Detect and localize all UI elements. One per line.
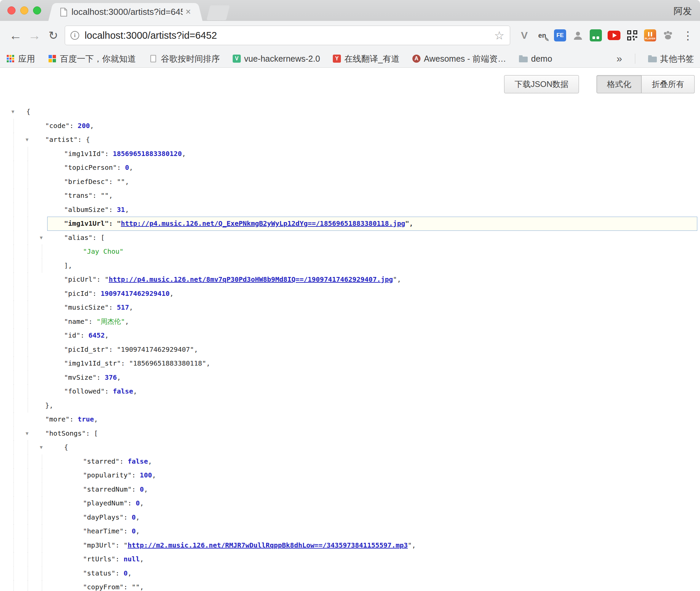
tab-strip: localhost:3000/artists?id=645 × 阿发 [0,0,700,21]
collapse-toggle-icon[interactable]: ▼ [26,427,28,441]
json-line-text: "starredNum": 0, [0,483,148,497]
json-view: ▼{"code": 200,▼"artist": {"img1v1Id": 18… [0,105,700,591]
json-line-text: "topicPerson": 0, [0,161,133,175]
translate-extension-icon[interactable]: en ✎ [536,29,548,41]
vue-icon: V [233,55,241,63]
json-punctuation: , [90,122,94,130]
json-number: 19097417462929410 [100,289,170,298]
json-punctuation: , [127,569,132,577]
json-punctuation: " [45,429,49,437]
json-line-text: "picId_str": "19097417462929407", [0,343,198,357]
player-extension-icon[interactable]: PLAYER [644,29,656,41]
json-line: "topicPerson": 0, [0,161,700,175]
vimium-extension-icon[interactable]: V [518,29,530,41]
youtube-extension-icon[interactable] [608,31,620,40]
fullscreen-window-button[interactable] [33,6,41,14]
json-line: "status": 0, [0,566,700,581]
json-number: 0 [140,485,144,493]
json-line: "img1v1Id": 18569651883380120, [0,147,700,161]
bookmark-awesomes[interactable]: A Awesomes - 前端资… [412,53,506,64]
close-window-button[interactable] [7,6,16,14]
page-info-icon[interactable]: i [70,31,79,40]
collapse-toggle-icon[interactable]: ▼ [40,440,42,455]
json-line: "picUrl": "http://p4.music.126.net/8mv7q… [0,273,700,287]
json-key: name [68,317,84,325]
page-favicon-icon [60,8,67,17]
json-punctuation: " [405,219,409,227]
json-line: "followed": false, [0,384,700,399]
tampermonkey-extension-icon[interactable] [590,29,602,41]
bookmark-baidu[interactable]: 百度一下，你就知道 [48,53,136,64]
json-punctuation: }, [45,401,53,409]
traffic-lights [7,6,41,14]
bookmark-star-icon[interactable]: ☆ [494,29,504,42]
tab-title: localhost:3000/artists?id=645 [71,7,183,17]
browser-tab[interactable]: localhost:3000/artists?id=645 × [55,3,196,21]
json-line-text: "picUrl": "http://p4.music.126.net/8mv7q… [0,273,401,287]
view-mode-segment: 格式化 折叠所有 [596,75,695,93]
fehelper-extension-icon[interactable]: FE [554,29,566,41]
json-url-link[interactable]: http://m2.music.126.net/RMJR7wDullRqppBk… [127,541,408,549]
person-extension-icon[interactable] [572,29,584,41]
profile-name[interactable]: 阿发 [674,5,692,17]
json-url-link[interactable]: http://p4.music.126.net/8mv7qP30Pd3oHW8b… [109,275,393,283]
bookmark-apps[interactable]: 应用 [6,53,35,64]
collapse-toggle-icon[interactable]: ▼ [26,133,28,147]
qr-code-extension-icon[interactable] [626,29,638,41]
json-number: 100 [140,471,152,479]
json-punctuation: " [123,541,127,549]
collapse-toggle-icon[interactable]: ▼ [40,231,42,245]
collapse-toggle-icon[interactable]: ▼ [11,105,14,119]
json-punctuation: { [86,135,90,144]
json-line: ▼{ [0,440,700,455]
json-punctuation: " [64,178,68,186]
json-url-link[interactable]: http://p4.music.126.net/Q_ExePNkmgB2yWyL… [121,219,405,227]
bookmark-demo-folder[interactable]: demo [519,54,552,64]
json-line-text: "name": "周杰伦", [0,315,129,329]
play-icon [613,33,617,38]
json-line-text: "mvSize": 376, [0,371,121,385]
download-json-button[interactable]: 下载JSON数据 [504,75,579,93]
player-icon-text: PLAYER [645,37,655,40]
minimize-window-button[interactable] [20,6,28,14]
json-punctuation: " [64,219,68,227]
json-line: "img1v1Id_str": "18569651883380118", [0,356,700,371]
reload-button[interactable]: ↻ [44,30,63,41]
json-key: briefDesc [68,178,105,186]
json-line-text: "trans": "", [0,189,113,203]
forward-button[interactable]: → [25,29,44,42]
json-punctuation: " [117,219,121,227]
bookmark-google-sort[interactable]: 谷歌按时间排序 [149,53,220,64]
json-line: ▼"artist": { [0,133,700,147]
json-line: ▼"alias": [ [0,231,700,245]
json-line-text: "id": 6452, [0,329,109,343]
bookmark-youdao[interactable]: Y 在线翻译_有道 [333,53,400,64]
json-punctuation: ": [100,150,113,158]
tab-close-icon[interactable]: × [185,7,191,17]
json-string: "" [100,191,109,199]
json-line: "copyFrom": "", [0,580,700,591]
json-punctuation: " [83,569,87,577]
url-input[interactable]: localhost:3000/artists?id=6452 [85,30,494,41]
json-string: "" [132,583,140,591]
json-line: "id": 6452, [0,329,700,343]
address-bar[interactable]: i localhost:3000/artists?id=6452 ☆ [65,26,510,45]
folder-icon [648,57,657,62]
bookmark-vue-hackernews[interactable]: V vue-hackernews-2.0 [233,54,320,64]
json-punctuation: , [409,219,413,227]
collapse-all-button[interactable]: 折叠所有 [642,75,695,93]
paw-extension-icon[interactable] [662,29,674,41]
other-bookmarks-folder[interactable]: 其他书签 [648,53,694,64]
back-button[interactable]: ← [6,29,25,42]
awesomes-icon: A [412,55,420,63]
json-key: status [87,569,111,577]
new-tab-button[interactable] [207,5,230,20]
browser-menu-icon[interactable]: ⋮ [682,29,694,41]
json-line-text: "briefDesc": "", [0,175,129,189]
json-punctuation: " [83,583,87,591]
format-button[interactable]: 格式化 [596,75,642,93]
icon-dot [596,36,599,39]
json-line: "code": 200, [0,119,700,133]
bookmarks-overflow-chevron[interactable]: » [616,53,622,64]
json-line: "hearTime": 0, [0,524,700,538]
